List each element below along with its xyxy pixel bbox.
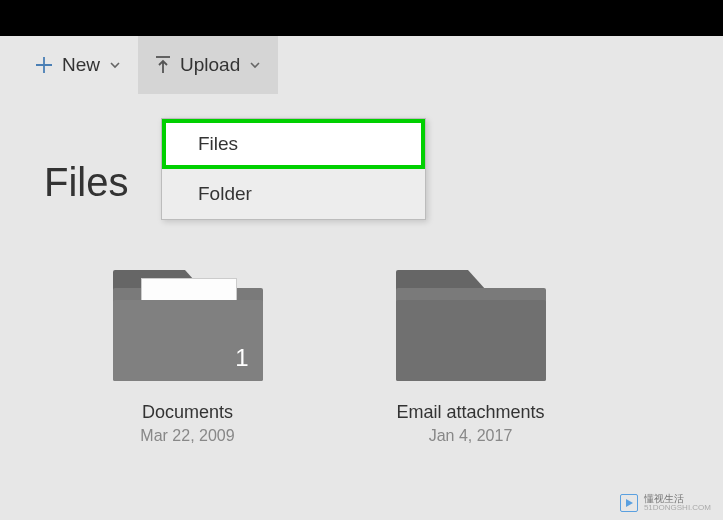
folder-documents[interactable]: 1 Documents Mar 22, 2009: [105, 270, 270, 445]
dropdown-item-folder[interactable]: Folder: [162, 169, 425, 219]
folder-date: Jan 4, 2017: [429, 427, 513, 445]
folder-email-attachments[interactable]: Email attachments Jan 4, 2017: [388, 270, 553, 445]
folder-count-badge: 1: [235, 344, 248, 372]
watermark: 懂视生活 51DONGSHI.COM: [620, 494, 711, 512]
window-titlebar: [0, 0, 723, 36]
upload-button-label: Upload: [180, 54, 240, 76]
watermark-play-icon: [620, 494, 638, 512]
dropdown-item-label: Files: [198, 133, 238, 154]
watermark-url: 51DONGSHI.COM: [644, 504, 711, 512]
chevron-down-icon: [248, 58, 262, 72]
folder-icon: 1: [113, 270, 263, 380]
folder-date: Mar 22, 2009: [140, 427, 234, 445]
plus-icon: [34, 55, 54, 75]
upload-icon: [154, 55, 172, 75]
dropdown-item-label: Folder: [198, 183, 252, 204]
folder-icon: [396, 270, 546, 380]
new-button-label: New: [62, 54, 100, 76]
chevron-down-icon: [108, 58, 122, 72]
folder-name: Email attachments: [396, 402, 544, 423]
upload-button[interactable]: Upload: [138, 36, 278, 94]
dropdown-item-files[interactable]: Files: [162, 119, 425, 169]
folder-name: Documents: [142, 402, 233, 423]
toolbar: New Upload: [0, 36, 723, 94]
page-title: Files: [44, 160, 128, 205]
new-button[interactable]: New: [18, 36, 138, 94]
folder-grid: 1 Documents Mar 22, 2009 Email attachmen…: [0, 270, 723, 445]
upload-dropdown: Files Folder: [161, 118, 426, 220]
